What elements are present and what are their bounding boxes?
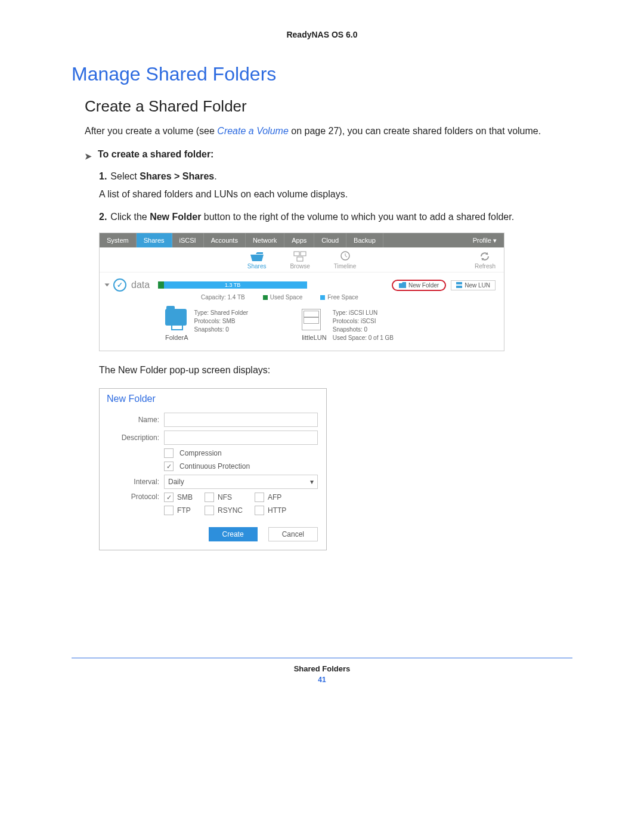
folder-open-icon [250, 251, 264, 262]
label-description: Description: [100, 433, 164, 442]
protocol-afp[interactable]: AFP [255, 493, 286, 502]
page-number: 41 [72, 676, 572, 684]
legend-free: Free Space [320, 294, 358, 301]
lun-item-littlelun[interactable]: littleLUN Type: iSCSI LUN Protocols: iSC… [302, 309, 394, 342]
folder-icon [399, 282, 406, 288]
lun-stack-icon [302, 309, 321, 330]
expand-caret-icon[interactable] [105, 284, 110, 287]
running-header: ReadyNAS OS 6.0 [72, 30, 572, 39]
tab-system[interactable]: System [100, 233, 137, 247]
new-folder-button[interactable]: New Folder [392, 280, 446, 291]
shared-folder-icon [165, 309, 187, 326]
profile-menu[interactable]: Profile ▾ [466, 233, 504, 247]
protection-checkbox[interactable]: ✓ [164, 462, 174, 471]
legend-used: Used Space [263, 294, 302, 301]
share-item-foldera[interactable]: FolderA Type: Shared Folder Protocols: S… [165, 309, 248, 342]
toolbar-timeline[interactable]: Timeline [334, 251, 356, 270]
chevron-down-icon: ▾ [310, 478, 314, 486]
svg-rect-4 [456, 282, 462, 284]
label-name: Name: [100, 416, 164, 424]
cancel-button[interactable]: Cancel [268, 527, 318, 541]
protection-label: Continuous Protection [179, 462, 250, 470]
tab-backup[interactable]: Backup [346, 233, 383, 247]
name-field[interactable] [164, 413, 318, 427]
compression-label: Compression [179, 449, 222, 457]
volume-name: data [131, 280, 150, 290]
refresh-icon [479, 251, 491, 262]
interval-select[interactable]: Daily ▾ [164, 475, 318, 489]
svg-rect-2 [297, 257, 303, 261]
heading-1: Manage Shared Folders [72, 63, 572, 85]
tab-iscsi[interactable]: iSCSI [172, 233, 204, 247]
clock-icon [339, 251, 351, 262]
step-2: 2.Click the New Folder button to the rig… [99, 210, 572, 224]
label-protocol: Protocol: [100, 493, 164, 501]
tab-accounts[interactable]: Accounts [204, 233, 246, 247]
svg-rect-0 [294, 252, 299, 256]
protocol-rsync[interactable]: RSYNC [205, 506, 243, 515]
create-button[interactable]: Create [209, 527, 258, 541]
procedure-lead: ➤ To create a shared folder: [85, 149, 572, 163]
description-field[interactable] [164, 431, 318, 445]
protocol-nfs[interactable]: NFS [205, 493, 243, 502]
protocol-smb[interactable]: ✓SMB [164, 493, 193, 502]
browse-icon [293, 251, 306, 262]
protocol-http[interactable]: HTTP [255, 506, 286, 515]
chevron-right-icon: ➤ [85, 149, 92, 163]
footer-title: Shared Folders [72, 664, 572, 673]
svg-rect-1 [301, 252, 306, 256]
volume-icon: ✓ [113, 278, 126, 292]
toolbar-browse[interactable]: Browse [290, 251, 309, 270]
intro-paragraph: After you create a volume (see Create a … [85, 124, 572, 138]
toolbar-shares[interactable]: Shares [247, 251, 267, 270]
svg-rect-5 [456, 286, 462, 288]
main-nav-tabs: System Shares iSCSI Accounts Network App… [100, 233, 504, 247]
caption-new-folder-popup: The New Folder pop-up screen displays: [99, 363, 572, 377]
protocol-ftp[interactable]: FTP [164, 506, 193, 515]
new-lun-button[interactable]: New LUN [451, 280, 496, 290]
lun-icon [456, 282, 462, 288]
tab-shares[interactable]: Shares [137, 233, 172, 247]
tab-network[interactable]: Network [246, 233, 284, 247]
step-1: 1.Select Shares > Shares. A list of shar… [99, 169, 572, 202]
capacity-bar: 1.3 TB [158, 281, 307, 289]
capacity-label: Capacity: 1.4 TB [201, 294, 245, 301]
tab-cloud[interactable]: Cloud [314, 233, 346, 247]
screenshot-new-folder-dialog: New Folder Name: Description: Compressio… [99, 388, 327, 550]
compression-checkbox[interactable] [164, 448, 174, 458]
screenshot-shares-screen: System Shares iSCSI Accounts Network App… [99, 233, 504, 351]
label-interval: Interval: [100, 478, 164, 486]
step-1-sub: A list of shared folders and LUNs on eac… [99, 187, 572, 202]
tab-apps[interactable]: Apps [284, 233, 314, 247]
xref-create-volume[interactable]: Create a Volume [217, 126, 288, 136]
heading-2: Create a Shared Folder [85, 97, 572, 116]
dialog-title: New Folder [100, 389, 326, 409]
toolbar-refresh[interactable]: Refresh [475, 251, 496, 270]
